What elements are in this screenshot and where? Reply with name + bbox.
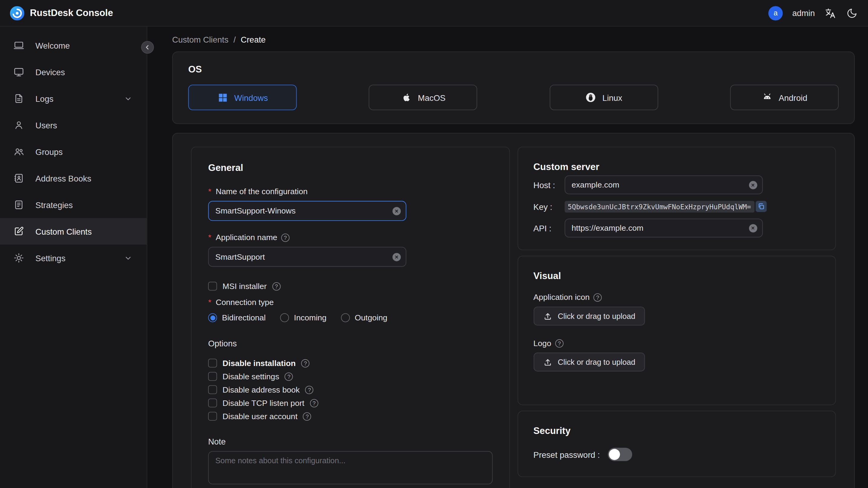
right-column: Custom server Host : × Key : 5Qbwsde3unU… (517, 147, 836, 477)
help-icon[interactable]: ? (305, 386, 313, 394)
application-icon-upload-button[interactable]: Click or drag to upload (533, 306, 645, 325)
chevron-down-icon[interactable] (124, 253, 132, 262)
host-input[interactable] (572, 181, 746, 189)
sidebar-item-address-books[interactable]: Address Books (0, 165, 147, 191)
options-title: Options (208, 339, 492, 348)
os-option-macos[interactable]: MacOS (369, 85, 477, 110)
upload-icon (543, 311, 552, 321)
os-card: OS Windows (172, 51, 855, 124)
help-icon[interactable]: ? (310, 399, 318, 407)
sidebar-item-users[interactable]: Users (0, 112, 147, 138)
server-key-value[interactable]: 5Qbwsde3unUcJBtrx9ZkvUmwFNoExHzpryHuPUdq… (564, 201, 754, 212)
config-card: General * Name of the configuration × * … (172, 133, 855, 488)
welcome-icon (13, 40, 25, 51)
brand: RustDesk Console (10, 6, 113, 20)
preset-password-toggle[interactable] (608, 448, 632, 461)
api-input-wrap: × (564, 219, 763, 237)
clear-icon[interactable]: × (749, 224, 757, 232)
connection-type-radios: Bidirectional Incoming Outgoing (208, 313, 492, 322)
note-label: Note (208, 437, 492, 446)
custom-server-title: Custom server (533, 161, 820, 173)
config-name-input[interactable] (215, 207, 389, 215)
sidebar-item-groups[interactable]: Groups (0, 138, 147, 165)
logs-icon (13, 93, 25, 104)
help-icon[interactable]: ? (301, 359, 309, 367)
security-panel: Security Preset password : (517, 411, 836, 477)
rustdesk-console-page: RustDesk Console a admin (0, 0, 868, 488)
logo-label: Logo ? (533, 339, 820, 347)
msi-installer-checkbox-row[interactable]: MSI installer ? (208, 281, 492, 291)
logo-upload-button[interactable]: Click or drag to upload (533, 353, 645, 371)
user-name[interactable]: admin (792, 8, 815, 18)
custom-clients-icon (13, 226, 25, 237)
help-icon[interactable]: ? (285, 372, 293, 380)
checkbox-icon (208, 282, 217, 291)
help-icon[interactable]: ? (303, 412, 311, 420)
sidebar-item-label: Custom Clients (35, 227, 92, 236)
sidebar-item-logs[interactable]: Logs (0, 85, 147, 112)
security-title: Security (533, 426, 820, 437)
sidebar-item-label: Strategies (35, 200, 73, 210)
api-label: API : (533, 223, 564, 233)
host-label: Host : (533, 180, 564, 190)
upload-icon (543, 357, 552, 367)
sidebar-item-label: Users (35, 121, 57, 130)
os-option-windows[interactable]: Windows (188, 85, 297, 110)
help-icon[interactable]: ? (593, 293, 601, 301)
disable-user-account-checkbox-row[interactable]: Disable user account ? (208, 411, 492, 421)
os-option-label: Windows (234, 93, 268, 102)
checkbox-icon (208, 372, 217, 381)
help-icon[interactable]: ? (555, 339, 563, 347)
api-input[interactable] (572, 223, 746, 232)
breadcrumb-parent[interactable]: Custom Clients (172, 35, 228, 44)
radio-icon (280, 313, 289, 322)
clear-icon[interactable]: × (393, 207, 401, 215)
application-name-input[interactable] (215, 252, 389, 261)
application-name-input-wrap: × (208, 247, 406, 267)
radio-bidirectional[interactable]: Bidirectional (208, 313, 266, 322)
help-icon[interactable]: ? (281, 234, 289, 242)
required-asterisk: * (208, 233, 211, 242)
sidebar-item-custom-clients[interactable]: Custom Clients (0, 218, 147, 245)
sidebar-item-devices[interactable]: Devices (0, 59, 147, 85)
help-icon[interactable]: ? (272, 282, 280, 290)
checkbox-icon (208, 412, 217, 421)
custom-server-panel: Custom server Host : × Key : 5Qbwsde3unU… (517, 147, 836, 250)
chevron-down-icon[interactable] (124, 94, 132, 103)
config-name-input-wrap: × (208, 201, 406, 221)
devices-icon (13, 66, 25, 78)
os-option-android[interactable]: Android (730, 85, 839, 110)
key-label: Key : (533, 202, 564, 211)
sidebar-item-label: Logs (35, 94, 54, 103)
sidebar-item-label: Address Books (35, 174, 91, 183)
dark-mode-moon-icon[interactable] (846, 7, 858, 19)
radio-icon (341, 313, 350, 322)
disable-installation-checkbox-row[interactable]: Disable installation ? (208, 358, 492, 368)
clear-icon[interactable]: × (749, 181, 757, 189)
disable-address-book-checkbox-row[interactable]: Disable address book ? (208, 385, 492, 395)
sidebar-item-label: Settings (35, 253, 65, 263)
user-avatar[interactable]: a (768, 6, 783, 20)
note-textarea[interactable] (208, 451, 492, 484)
sidebar-item-strategies[interactable]: Strategies (0, 191, 147, 218)
sidebar-collapse-button[interactable] (141, 41, 154, 54)
radio-outgoing[interactable]: Outgoing (341, 313, 388, 322)
connection-type-label: * Connection type (208, 298, 492, 306)
application-icon-label: Application icon ? (533, 293, 820, 302)
disable-tcp-listen-port-checkbox-row[interactable]: Disable TCP listen port ? (208, 398, 492, 408)
required-asterisk: * (208, 298, 211, 306)
translate-icon[interactable] (824, 7, 836, 19)
preset-password-row: Preset password : (533, 448, 820, 461)
sidebar-item-settings[interactable]: Settings (0, 245, 147, 271)
sidebar-item-welcome[interactable]: Welcome (0, 32, 147, 59)
copy-icon[interactable] (755, 201, 767, 212)
clear-icon[interactable]: × (393, 253, 401, 261)
disable-settings-checkbox-row[interactable]: Disable settings ? (208, 371, 492, 382)
os-option-label: Android (779, 93, 807, 102)
key-row: Key : 5Qbwsde3unUcJBtrx9ZkvUmwFNoExHzpry… (533, 197, 820, 216)
strategies-icon (13, 199, 25, 211)
app-title: RustDesk Console (30, 7, 113, 19)
os-option-linux[interactable]: Linux (549, 85, 658, 110)
required-asterisk: * (208, 187, 211, 196)
radio-incoming[interactable]: Incoming (280, 313, 327, 322)
